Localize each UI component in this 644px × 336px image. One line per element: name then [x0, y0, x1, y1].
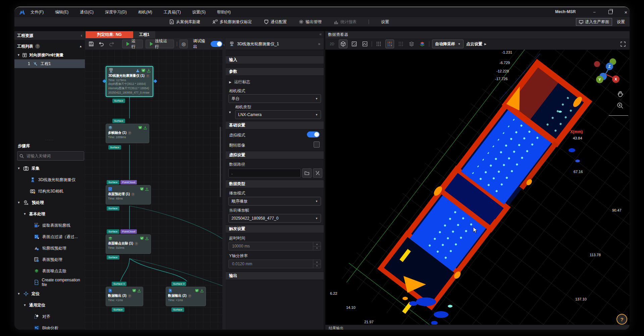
output-management-button[interactable]: 输出管理 [299, 19, 322, 25]
section-output[interactable]: 输出 [226, 272, 324, 280]
pan-hand-icon[interactable] [616, 91, 624, 98]
flow-graph-canvas[interactable]: 3D线激光轮廓测量仪 (1)? Time: 1179ms depth图像尺寸(3… [85, 50, 222, 330]
run-flag-row[interactable]: ▶运行标志 [229, 79, 250, 85]
tree-category-locate[interactable]: ▼ 定位 [14, 288, 85, 299]
menu-help[interactable]: 帮助(H) [217, 9, 231, 15]
settings-right-button[interactable]: 设置 [614, 18, 628, 25]
tree-item-extract-profile[interactable]: 提取表面轮廓线 [14, 220, 85, 231]
node-data-output-3[interactable]: 数据输出 (3)? Time: <1ms [106, 287, 143, 306]
menu-deep-learning[interactable]: 深度学习(D) [105, 9, 127, 15]
tree-item-align[interactable]: 对齐 [14, 311, 85, 322]
statistics-report-button[interactable]: 统计报表 [334, 19, 357, 25]
save-output-icon[interactable] [147, 68, 151, 72]
validation-ok-icon[interactable] [138, 126, 142, 129]
run-button[interactable]: 运行 [122, 40, 143, 48]
menu-file[interactable]: 文件(F) [31, 9, 44, 15]
redo-button[interactable] [108, 40, 115, 48]
tree-item-surface-preprocess[interactable]: 表面预处理 [14, 254, 85, 265]
run-continuous-button[interactable]: 连续运行 [146, 40, 174, 48]
timeout-spinner[interactable]: 10000 ms ▲▼ [228, 242, 321, 250]
spin-up-icon[interactable]: ▲ [313, 260, 321, 264]
play-mode-select[interactable]: 顺序播放▼ [228, 197, 321, 206]
project-tab[interactable]: 工程1 [133, 31, 155, 38]
downsample-select[interactable]: 自动降采样▼ [432, 40, 464, 48]
y-resolution-spinner[interactable]: 0.0120 mm ▲▼ [228, 260, 321, 268]
tree-category-preprocess[interactable]: ▼ 预处理 [14, 197, 85, 208]
new-from-case-button[interactable]: 从案例库新建 [169, 19, 200, 25]
close-button[interactable]: × [620, 8, 630, 16]
menu-toolbox[interactable]: 工具箱(T) [164, 9, 181, 15]
comm-config-button[interactable]: 通信配置 [264, 19, 287, 25]
node-laser-profiler[interactable]: 3D线激光轮廓测量仪 (1)? Time: 1179ms depth图像尺寸(3… [106, 66, 153, 97]
panel-splitter[interactable]: ····· [14, 139, 85, 141]
node-frame-fusion[interactable]: 多帧融合 (1)? Time: 1009ms [106, 124, 149, 143]
spin-up-icon[interactable]: ▲ [313, 242, 321, 246]
section-virtual-settings[interactable]: 虚拟设置 [226, 151, 324, 159]
data-path-input[interactable]: . [228, 169, 301, 177]
run-settings-button[interactable]: ◎ [179, 40, 187, 48]
help-button[interactable]: ? [616, 314, 627, 325]
profile-view-button[interactable] [361, 40, 369, 48]
save-output-icon[interactable] [145, 187, 149, 191]
node-help-icon[interactable]: ? [131, 192, 135, 196]
validation-ok-icon[interactable] [140, 187, 144, 191]
camera-type-select[interactable]: LNX-Camera▼ [235, 110, 321, 119]
layers-gray-button[interactable] [408, 40, 416, 48]
project-list-help-icon[interactable]: ? [35, 44, 40, 49]
tab-overflow-icon[interactable]: « [319, 32, 322, 37]
pointcloud-settings-button[interactable]: 点云设置▶ [466, 41, 486, 47]
result-output-bar[interactable]: 结果输出 [325, 325, 630, 330]
collapse-properties-icon[interactable]: » [318, 42, 320, 46]
tree-item-blob-analysis[interactable]: Blob分析 [14, 322, 85, 330]
canvas-scrollbar[interactable] [220, 127, 221, 197]
section-input[interactable]: 输入 [226, 56, 324, 64]
undo-button[interactable] [98, 40, 105, 48]
collapse-sidebar-icon[interactable]: ‹ [81, 33, 82, 38]
restore-button[interactable] [605, 8, 616, 16]
project-group-row[interactable]: ▼ 对向拼接Pin针测量 [14, 51, 85, 59]
project-list-collapse-icon[interactable]: ▲ [79, 45, 82, 48]
menu-communication[interactable]: 通信(C) [80, 9, 94, 15]
debug-output-toggle[interactable] [211, 41, 222, 47]
section-data-type[interactable]: 数据类型 [226, 180, 324, 188]
save-output-icon[interactable] [200, 289, 204, 292]
save-output-icon[interactable] [144, 126, 147, 129]
section-basic-settings[interactable]: 基础设置 [226, 121, 324, 129]
profiler-calibration-button[interactable]: 多轮廓测量仪标定 [212, 19, 252, 25]
camera-mode-select[interactable]: 单台▼ [228, 94, 321, 103]
settings-button[interactable]: 设置 [381, 19, 389, 25]
node-help-icon[interactable]: ? [188, 294, 192, 298]
tree-item-noise-removal[interactable]: 表面噪点去除 [14, 265, 85, 277]
tree-item-laser-profiler[interactable]: 3D线激光轮廓测量仪 [14, 174, 85, 185]
section-params[interactable]: 参数 [226, 67, 324, 76]
node-help-icon[interactable]: ? [135, 242, 138, 245]
node-surface-preprocess[interactable]: 表面预处理 (1)? Time: 48ms [106, 185, 151, 205]
step-search-box[interactable] [17, 151, 84, 161]
depth-map-button[interactable] [350, 40, 358, 48]
watch-icon[interactable] [136, 69, 140, 72]
tree-group-general-locate[interactable]: ▼ 通用定位 [14, 299, 85, 311]
save-output-icon[interactable] [145, 236, 149, 240]
node-help-icon[interactable]: ? [146, 74, 150, 78]
camera-type-expander[interactable]: ▼ [228, 111, 231, 114]
flip-image-checkbox[interactable] [314, 142, 320, 148]
node-data-output-2[interactable]: 数据输出 (2)? Time: <1ms [166, 287, 206, 306]
node-noise-removal[interactable]: 表面噪点去除 (1)? Time: 310ms [106, 234, 151, 254]
menu-edit[interactable]: 编辑(E) [55, 9, 68, 15]
menu-camera[interactable]: 相机(M) [138, 9, 152, 15]
virtual-data-button[interactable] [313, 168, 322, 178]
current-frame-select[interactable]: 20250422_180958_477_0▼ [228, 214, 321, 223]
node-help-icon[interactable]: ? [128, 294, 131, 298]
enter-production-button[interactable]: 进入生产界面 [576, 18, 612, 26]
spin-down-icon[interactable]: ▼ [313, 264, 321, 268]
view-2d-button[interactable]: 2D [328, 40, 336, 48]
point-view-gray-button[interactable] [375, 40, 383, 48]
validation-ok-icon[interactable] [141, 68, 146, 72]
validation-ok-icon[interactable] [140, 236, 144, 240]
point-view-color-button[interactable] [385, 40, 394, 48]
menu-settings[interactable]: 设置(S) [192, 9, 206, 15]
panel-collapse-strip[interactable]: ‹ [222, 38, 226, 330]
pointcloud-viewport[interactable]: -1.231 -6.729 -12.228 -17.726 X(mm) 43.8… [325, 50, 630, 325]
project-row-selected[interactable]: 1 工程1 [14, 59, 85, 68]
browse-folder-button[interactable] [302, 168, 312, 178]
